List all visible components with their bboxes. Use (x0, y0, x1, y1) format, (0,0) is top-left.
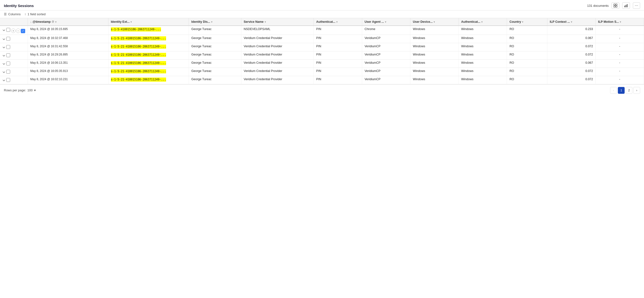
col-identity-dis-header[interactable]: Identity Dis... ▾ (189, 18, 241, 26)
prev-page-button[interactable]: ‹ (610, 87, 617, 94)
sort-down-icon: ↓ (30, 20, 32, 23)
row-checkbox[interactable] (6, 37, 10, 41)
more-options-icon: ⋯ (635, 4, 638, 8)
identity-ext-value: s-1-5-21-410015106-2063711249-... (111, 53, 166, 57)
col-country-header[interactable]: Country ▾ (507, 18, 547, 26)
country-dropdown-icon: ▾ (522, 21, 523, 23)
sort-button[interactable]: ↑ 1 field sorted (24, 12, 46, 16)
ilp-context-cell: 0.072 (547, 68, 596, 76)
authentication-col-label: Authenticat... (316, 20, 335, 24)
svg-rect-3 (616, 6, 617, 7)
rows-per-page-selector[interactable]: Rows per page: 100 ▾ (4, 88, 36, 92)
authentication-cell: PIN (314, 51, 362, 59)
add-filter-button[interactable]: + (11, 29, 16, 33)
service-name-col-label: Service Name (244, 20, 264, 24)
identity-dis-cell: George Tureac (189, 68, 241, 76)
identity-ext-cell: s-1-5-21-410015106-2063711249-... (108, 68, 189, 76)
user-device-dropdown-icon: ▾ (434, 21, 435, 23)
identity-ext-value: s-1-5-21-410015106-2063711249-... (111, 36, 166, 41)
ilp-motion-cell: - (596, 59, 644, 68)
authentication2-cell: Windows (458, 26, 507, 35)
identity-ext-value: s-1-5-21-410015106-2063711249-... (111, 78, 166, 82)
remove-filter-button[interactable]: − (16, 29, 20, 33)
toolbar: ☰ Columns ↑ 1 field sorted (0, 11, 644, 18)
authentication-cell: PIN (314, 43, 362, 51)
identity-ext-cell: s-1-5-21-410015106-2063711249-... (108, 76, 189, 84)
identity-ext-cell: s-1-5-21-410015106-2063711249-... (108, 35, 189, 43)
page-1-button[interactable]: 1 (618, 87, 625, 94)
pin-row-button[interactable]: ✓ (21, 29, 25, 33)
identity-ext-dropdown-icon: ▾ (130, 21, 132, 23)
authentication-cell: PIN (314, 35, 362, 43)
next-page-button[interactable]: › (633, 87, 640, 94)
svg-rect-6 (627, 4, 628, 7)
expand-row-button[interactable] (2, 46, 5, 50)
authentication-cell: PIN (314, 59, 362, 68)
ilp-motion-cell: - (596, 76, 644, 84)
identity-dis-cell: George Tureac (189, 59, 241, 68)
row-checkbox[interactable] (6, 78, 10, 82)
row-actions-cell (0, 43, 28, 51)
row-checkbox[interactable] (6, 28, 10, 32)
authentication2-col-label: Authenticat... (461, 20, 480, 24)
country-cell: RO (507, 76, 547, 84)
identity-dis-dropdown-icon: ▾ (211, 21, 212, 23)
expand-row-button[interactable] (2, 63, 5, 66)
table-header-row: ↓ @timestamp ⏱ ▾ Identity Ext... ▾ Ident… (0, 18, 644, 26)
authentication2-dropdown-icon: ▾ (481, 21, 482, 23)
col-user-agent-header[interactable]: User Agent ... ▾ (362, 18, 410, 26)
svg-rect-1 (616, 4, 617, 5)
ilp-context-cell: 0.067 (547, 59, 596, 68)
footer: Rows per page: 100 ▾ ‹ 1 2 › (0, 84, 644, 96)
expand-row-button[interactable] (2, 55, 5, 58)
col-timestamp-header[interactable]: ↓ @timestamp ⏱ ▾ (28, 18, 108, 26)
columns-icon: ☰ (4, 12, 7, 16)
rows-per-page-label: Rows per page: (4, 88, 26, 92)
col-ilp-motion-header[interactable]: ILP Motion S... ▾ (596, 18, 644, 26)
rows-per-page-dropdown-icon: ▾ (34, 88, 36, 92)
timestamp-cell: May 8, 2024 @ 16:29:26.895 (28, 51, 108, 59)
ilp-motion-cell: - (596, 68, 644, 76)
col-service-name-header[interactable]: Service Name ▾ (241, 18, 314, 26)
user-device-cell: Windows (410, 51, 459, 59)
identity-ext-col-label: Identity Ext... (111, 20, 130, 24)
timestamp-cell: May 8, 2024 @ 16:02:10.231 (28, 76, 108, 84)
row-checkbox[interactable] (6, 53, 10, 57)
expand-row-button[interactable] (2, 29, 5, 33)
service-name-dropdown-icon: ▾ (264, 21, 266, 23)
expand-row-button[interactable] (2, 71, 5, 74)
col-ilp-context-header[interactable]: ILP Context ... ▾ (547, 18, 596, 26)
timestamp-col-label: @timestamp (33, 20, 51, 24)
ilp-motion-cell: - (596, 43, 644, 51)
service-name-cell: Veridium Credential Provider (241, 68, 314, 76)
expand-row-button[interactable] (2, 79, 5, 83)
col-authentication-header[interactable]: Authenticat... ▾ (314, 18, 362, 26)
identity-dis-cell: George Tureac (189, 43, 241, 51)
table-row: May 8, 2024 @ 16:31:42.558s-1-5-21-41001… (0, 43, 644, 51)
more-options-button[interactable]: ⋯ (633, 3, 640, 9)
user-agent-cell: Chrome (362, 26, 410, 35)
row-checkbox[interactable] (6, 62, 10, 65)
columns-button[interactable]: ☰ Columns (4, 12, 20, 16)
user-agent-cell: VeridiumCP (362, 43, 410, 51)
identity-ext-value: s-1-5-21-410015106-2063711249-... (111, 61, 166, 65)
table-row: +−✓May 8, 2024 @ 16:35:15.695s-1-5-41001… (0, 26, 644, 35)
authentication2-cell: Windows (458, 59, 507, 68)
expand-row-button[interactable] (2, 38, 5, 42)
ilp-context-col-label: ILP Context ... (550, 20, 570, 24)
col-user-device-header[interactable]: User Device... ▾ (410, 18, 459, 26)
row-checkbox[interactable] (6, 45, 10, 49)
chart-view-button[interactable] (622, 3, 630, 9)
country-cell: RO (507, 51, 547, 59)
page-2-button[interactable]: 2 (626, 87, 632, 94)
authentication2-cell: Windows (458, 35, 507, 43)
grid-view-button[interactable] (612, 3, 619, 9)
sort-label: 1 field sorted (28, 12, 46, 16)
col-authentication2-header[interactable]: Authenticat... ▾ (458, 18, 507, 26)
svg-rect-5 (626, 5, 626, 7)
row-checkbox[interactable] (6, 70, 10, 74)
ilp-motion-cell: - (596, 35, 644, 43)
columns-label: Columns (8, 12, 20, 16)
row-actions-cell: +−✓ (0, 26, 28, 35)
col-identity-ext-header[interactable]: Identity Ext... ▾ (108, 18, 189, 26)
